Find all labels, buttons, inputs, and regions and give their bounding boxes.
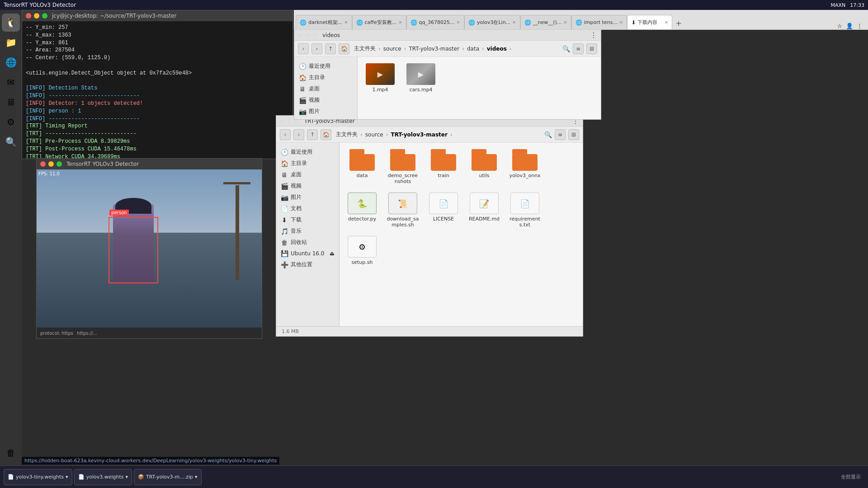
- trt-sidebar-other[interactable]: ➕其他位置: [276, 259, 339, 270]
- folder-train[interactable]: train: [425, 147, 462, 186]
- dock-search[interactable]: 🔍: [2, 133, 20, 151]
- trt-sidebar-downloads[interactable]: ⬇下载: [276, 214, 339, 225]
- files-trt-home[interactable]: 🏠: [321, 129, 331, 140]
- tab-download-close[interactable]: ✕: [665, 20, 668, 25]
- bottom-weights2[interactable]: 📄 yolov3.weights ▾: [74, 469, 132, 485]
- files-trt-view1[interactable]: ≡: [555, 129, 566, 140]
- files-trt-search[interactable]: 🔍: [544, 131, 552, 138]
- dock-files[interactable]: 📁: [2, 33, 20, 52]
- trt-trash-icon: 🗑: [281, 239, 288, 246]
- files-trt-back[interactable]: ‹: [280, 129, 291, 140]
- tab-new[interactable]: 🌐 __new__()... ✕: [520, 15, 571, 29]
- files-trt-up[interactable]: ↑: [307, 129, 318, 140]
- files-videos-home[interactable]: 🏠: [339, 43, 349, 54]
- terminal-line: [INFO] Detector: 1 objects detected!: [26, 100, 289, 108]
- dock-email[interactable]: ✉️: [2, 73, 20, 91]
- tab-caffe-close[interactable]: ✕: [398, 20, 402, 25]
- show-all-btn[interactable]: 全部显示: [837, 472, 864, 482]
- breadcrumb-videos[interactable]: videos: [485, 45, 509, 53]
- breadcrumb-source[interactable]: source: [382, 45, 403, 53]
- tab-darknet[interactable]: 🌐 darknet框架... ✕: [296, 15, 352, 29]
- file-carsmp4[interactable]: ▶ cars.mp4: [403, 61, 439, 94]
- bookmark-icon[interactable]: ☆: [837, 23, 842, 29]
- sidebar-recent[interactable]: 🕐最近使用: [294, 61, 357, 72]
- file-download-samples[interactable]: 📜 download_samples.sh: [385, 191, 421, 230]
- trt-sidebar-home[interactable]: 🏠主目录: [276, 158, 339, 169]
- sidebar-pictures[interactable]: 📷图片: [294, 106, 357, 117]
- terminal-max-btn[interactable]: [42, 13, 47, 19]
- tab-download[interactable]: ⬇ 下载内容 ✕: [627, 15, 672, 29]
- trt-sidebar-trash[interactable]: 🗑回收站: [276, 237, 339, 248]
- files-trt-min-btn[interactable]: [287, 119, 292, 123]
- detector-close-btn[interactable]: [40, 161, 46, 167]
- files-videos-up[interactable]: ↑: [325, 43, 336, 54]
- tab-add-btn[interactable]: +: [672, 17, 685, 29]
- files-videos-forward[interactable]: ›: [311, 43, 322, 54]
- tab-caffe[interactable]: 🌐 caffe安装教... ✕: [352, 15, 406, 29]
- breadcrumb-trt[interactable]: TRT-yolov3-master: [407, 45, 461, 53]
- trt-sidebar-music[interactable]: 🎵音乐: [276, 225, 339, 237]
- terminal-body[interactable]: -- Y_min: 257 -- X_max: 1363 -- Y_max: 8…: [22, 21, 292, 159]
- tab-import-close[interactable]: ✕: [619, 20, 623, 25]
- tab-qq[interactable]: 🌐 qq_3678025... ✕: [406, 15, 464, 29]
- files-videos-more[interactable]: ⋮: [590, 31, 597, 39]
- trt-eject-icon[interactable]: ⏏: [330, 250, 335, 257]
- tab-yolov3-close[interactable]: ✕: [512, 20, 516, 25]
- file-detector-py[interactable]: 🐍 detector.py: [344, 191, 380, 230]
- tab-new-close[interactable]: ✕: [563, 20, 567, 25]
- file-readme[interactable]: 📝 README.md: [466, 191, 502, 230]
- tab-qq-close[interactable]: ✕: [457, 20, 460, 25]
- dock-settings[interactable]: ⚙️: [2, 113, 20, 131]
- terminal-close-btn[interactable]: [26, 13, 31, 19]
- files-videos-view1[interactable]: ≡: [573, 43, 584, 54]
- trt-breadcrumb-source[interactable]: source: [363, 131, 385, 139]
- trt-sidebar-docs[interactable]: 📄文档: [276, 203, 339, 214]
- file-requirements[interactable]: 📄 requirements.txt: [507, 191, 543, 230]
- files-videos-close-btn[interactable]: [298, 33, 302, 38]
- sidebar-video[interactable]: 🎬视频: [294, 94, 357, 106]
- account-icon[interactable]: 👤: [846, 23, 853, 29]
- trt-sidebar-ubuntu[interactable]: 💾 Ubuntu 16.0 ⏏: [276, 248, 339, 259]
- folder-demo-screenshots[interactable]: demo_screenshots: [385, 147, 421, 186]
- taskbar: TensorRT YOLOv3 Detector MAXN 17:33: [0, 0, 868, 10]
- files-trt-close-btn[interactable]: [280, 119, 284, 123]
- dock-terminal[interactable]: 🖥: [2, 93, 20, 111]
- files-videos-window: videos ⋮ ‹ › ↑ 🏠 主文件夹 › source › TRT-yol…: [294, 29, 601, 120]
- terminal-min-btn[interactable]: [34, 13, 39, 19]
- breadcrumb-home[interactable]: 主文件夹: [352, 44, 377, 53]
- files-videos-max-btn[interactable]: [312, 33, 317, 38]
- files-trt-forward[interactable]: ›: [293, 129, 304, 140]
- file-1mp4-label: 1.mp4: [372, 87, 388, 93]
- detector-max-btn[interactable]: [57, 161, 62, 167]
- tab-yolov3[interactable]: 🌐 yolov3在Lin... ✕: [464, 15, 520, 29]
- bottom-weights1[interactable]: 📄 yolov3-tiny.weights ▾: [4, 469, 72, 485]
- trt-breadcrumb-home[interactable]: 主文件夹: [334, 130, 359, 139]
- dock-trash[interactable]: 🗑: [2, 444, 20, 462]
- tab-darknet-close[interactable]: ✕: [344, 20, 348, 25]
- trt-breadcrumb-trt[interactable]: TRT-yolov3-master: [389, 131, 449, 139]
- files-videos-search[interactable]: 🔍: [562, 45, 570, 52]
- trt-sidebar-video[interactable]: 🎬视频: [276, 180, 339, 192]
- dock-browser[interactable]: 🌐: [2, 53, 20, 71]
- files-videos-view2[interactable]: ⊞: [586, 43, 597, 54]
- folder-yolov3-onnx[interactable]: yolov3_onnx: [507, 147, 543, 186]
- files-trt-view2[interactable]: ⊞: [568, 129, 579, 140]
- sidebar-desktop[interactable]: 🖥桌面: [294, 83, 357, 94]
- folder-utils[interactable]: utils: [466, 147, 502, 186]
- trt-sidebar-desktop[interactable]: 🖥桌面: [276, 169, 339, 180]
- trt-sidebar-pictures[interactable]: 📷图片: [276, 192, 339, 203]
- tab-import[interactable]: 🌐 import tens... ✕: [571, 15, 627, 29]
- file-1mp4[interactable]: ▶ 1.mp4: [362, 61, 398, 94]
- folder-data[interactable]: data: [344, 147, 380, 186]
- file-license[interactable]: 📄 LICENSE: [425, 191, 462, 230]
- trt-sidebar-recent[interactable]: 🕐最近使用: [276, 146, 339, 158]
- dock-ubuntu[interactable]: 🐧: [2, 14, 20, 32]
- sidebar-home[interactable]: 🏠主目录: [294, 72, 357, 83]
- detector-min-btn[interactable]: [48, 161, 54, 167]
- bottom-zip[interactable]: 📦 TRT-yolov3-m....zip ▾: [134, 469, 202, 485]
- browser-menu-icon[interactable]: ⋮: [857, 23, 863, 29]
- file-setup[interactable]: ⚙ setup.sh: [344, 234, 380, 267]
- files-videos-min-btn[interactable]: [305, 33, 310, 38]
- breadcrumb-data[interactable]: data: [465, 45, 481, 53]
- files-videos-back[interactable]: ‹: [298, 43, 309, 54]
